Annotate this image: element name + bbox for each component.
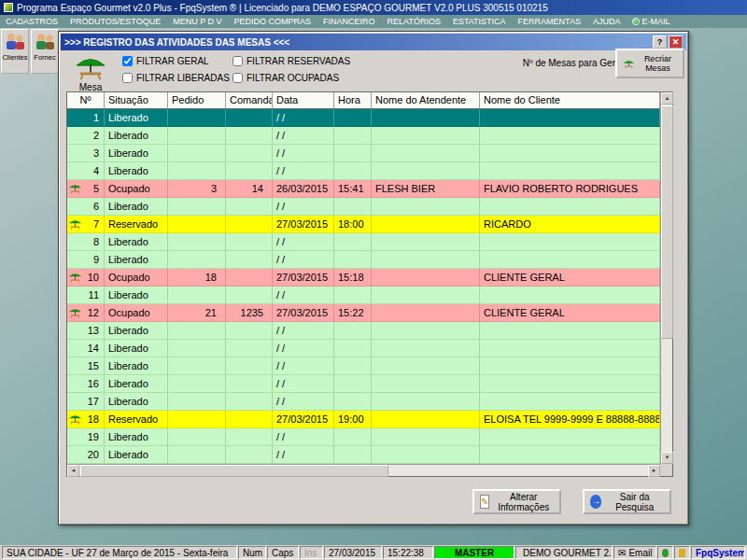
- table-row[interactable]: 19Liberado/ /: [67, 428, 660, 446]
- alterar-informacoes-button[interactable]: ✎ Alterar Informações: [472, 489, 561, 514]
- menu-pedido-compras[interactable]: PEDIDO COMPRAS: [234, 17, 312, 26]
- table-row[interactable]: 13Liberado/ /: [67, 322, 660, 340]
- people-icon: [34, 33, 56, 51]
- filter-geral[interactable]: FILTRAR GERAL: [122, 56, 209, 66]
- toolbar-clientes-button[interactable]: Clientes: [1, 29, 29, 74]
- menu-ferramentas[interactable]: FERRAMENTAS: [518, 17, 581, 26]
- cell-data: / /: [273, 357, 334, 375]
- cell-data: / /: [273, 393, 334, 411]
- col-hora[interactable]: Hora: [334, 92, 372, 108]
- exit-arrow-icon: →: [590, 495, 601, 509]
- table-row[interactable]: 9Liberado/ /: [67, 251, 660, 269]
- cell-cliente: FLAVIO ROBERTO RODRIGUES: [480, 180, 660, 198]
- table-row[interactable]: 2Liberado/ /: [67, 127, 660, 145]
- cell-cliente: [480, 233, 660, 251]
- menu-ajuda[interactable]: AJUDA: [593, 17, 621, 26]
- status-date: 27/03/2015: [324, 546, 382, 559]
- sair-pesquisa-button[interactable]: → Sair da Pesquisa: [583, 489, 671, 514]
- cell-pedido: [168, 287, 226, 304]
- scroll-right-icon[interactable]: ►: [648, 465, 660, 477]
- vertical-scrollbar[interactable]: ▲ ▼: [660, 92, 672, 464]
- status-brand: FpqSystem: [691, 546, 745, 559]
- vertical-scroll-thumb[interactable]: [661, 105, 673, 339]
- mesa-row-icon: [68, 413, 82, 426]
- cell-pedido: [168, 393, 226, 411]
- cell-cliente: [480, 428, 660, 446]
- menu-financeiro[interactable]: FINANCEIRO: [323, 17, 375, 26]
- col-cliente[interactable]: Nome do Cliente: [480, 92, 660, 108]
- table-row[interactable]: 1Liberado/ /: [67, 109, 660, 127]
- cell-situacao: Ocupado: [105, 269, 168, 287]
- filter-ocupadas[interactable]: FILTRAR OCUPADAS: [233, 73, 339, 83]
- mesas-table: Nº Situação Pedido Comanda Data Hora Nom…: [66, 91, 673, 477]
- filter-liberadas-checkbox[interactable]: [122, 73, 133, 83]
- cell-comanda: 14: [226, 180, 273, 198]
- col-pedido[interactable]: Pedido: [168, 92, 226, 108]
- col-data[interactable]: Data: [273, 92, 334, 108]
- table-row[interactable]: 10Ocupado1827/03/201515:18CLIENTE GERAL: [67, 269, 660, 287]
- table-row[interactable]: 7Reservado27/03/201518:00RICARDO: [67, 216, 660, 233]
- table-row[interactable]: 12Ocupado21123527/03/201515:22CLIENTE GE…: [67, 304, 660, 322]
- table-row[interactable]: 4Liberado/ /: [67, 162, 660, 180]
- cell-situacao: Liberado: [105, 446, 168, 464]
- cell-atendente: [372, 322, 480, 340]
- table-row[interactable]: 14Liberado/ /: [67, 340, 660, 357]
- filter-liberadas[interactable]: FILTRAR LIBERADAS: [122, 73, 230, 83]
- status-email[interactable]: ✉ Email: [613, 546, 656, 559]
- table-row[interactable]: 15Liberado/ /: [67, 357, 660, 375]
- cell-pedido: [168, 322, 226, 340]
- cell-n: 6: [67, 198, 105, 216]
- cell-pedido: [168, 109, 226, 127]
- cell-pedido: [168, 357, 226, 375]
- dialog-close-button[interactable]: ✕: [669, 35, 683, 49]
- dialog-help-button[interactable]: ?: [653, 35, 667, 49]
- filter-reservadas[interactable]: FILTRAR RESERVADAS: [233, 56, 350, 66]
- table-row[interactable]: 17Liberado/ /: [67, 393, 660, 411]
- cell-n: 10: [67, 269, 105, 287]
- menu-estatistica[interactable]: ESTATISTICA: [453, 17, 506, 26]
- horizontal-scrollbar[interactable]: ◄ ►: [67, 464, 660, 476]
- filter-geral-checkbox[interactable]: [122, 56, 133, 66]
- col-situacao[interactable]: Situação: [105, 92, 168, 108]
- table-row[interactable]: 20Liberado/ /: [67, 446, 660, 464]
- cell-n: 7: [67, 216, 105, 233]
- col-atendente[interactable]: Nome do Atendente: [372, 92, 480, 108]
- cell-data: / /: [273, 446, 334, 464]
- menu-email[interactable]: E-MAIL: [632, 17, 669, 26]
- cell-atendente: FLESH BIER: [372, 180, 480, 198]
- cell-pedido: [168, 411, 226, 428]
- col-comanda[interactable]: Comanda: [226, 92, 273, 108]
- table-row[interactable]: 5Ocupado31426/03/201515:41FLESH BIERFLAV…: [67, 180, 660, 198]
- statusbar: SUA CIDADE - UF 27 de Março de 2015 - Se…: [0, 545, 747, 560]
- cell-n: 15: [67, 357, 105, 375]
- cell-n: 11: [67, 287, 105, 304]
- cell-atendente: [372, 233, 480, 251]
- scroll-left-icon[interactable]: ◄: [67, 465, 79, 477]
- cell-data: / /: [273, 109, 334, 127]
- cell-situacao: Ocupado: [105, 304, 168, 322]
- toolbar-fornecedores-button[interactable]: Fornec: [31, 29, 59, 74]
- cell-cliente: ELOISA TEL 9999-9999 E 88888-8888: [480, 411, 660, 428]
- cell-hora: [334, 162, 372, 180]
- menu-produtos-estoque[interactable]: PRODUTOS/ESTOQUE: [70, 17, 161, 26]
- table-row[interactable]: 6Liberado/ /: [67, 198, 660, 216]
- table-row[interactable]: 3Liberado/ /: [67, 145, 660, 162]
- recriar-mesas-button[interactable]: Recriar Mesas: [615, 49, 684, 78]
- filter-reservadas-checkbox[interactable]: [233, 56, 243, 66]
- menu-pdv[interactable]: MENU P D V: [173, 17, 221, 26]
- menu-relatorios[interactable]: RELATÓRIOS: [388, 17, 441, 26]
- filter-ocupadas-checkbox[interactable]: [233, 73, 243, 83]
- col-numero[interactable]: Nº: [67, 92, 105, 108]
- cell-n: 2: [67, 127, 105, 145]
- table-row[interactable]: 16Liberado/ /: [67, 375, 660, 393]
- horizontal-scroll-thumb[interactable]: [80, 465, 388, 477]
- menu-cadastros[interactable]: CADASTROS: [6, 17, 58, 26]
- table-row[interactable]: 11Liberado/ /: [67, 287, 660, 304]
- cell-hora: [334, 198, 372, 216]
- cell-hora: 15:41: [334, 180, 372, 198]
- cell-situacao: Liberado: [105, 145, 168, 162]
- scroll-down-icon[interactable]: ▼: [661, 452, 673, 464]
- scroll-up-icon[interactable]: ▲: [661, 92, 673, 105]
- table-row[interactable]: 8Liberado/ /: [67, 233, 660, 251]
- table-row[interactable]: 18Reservado27/03/201519:00ELOISA TEL 999…: [67, 411, 660, 428]
